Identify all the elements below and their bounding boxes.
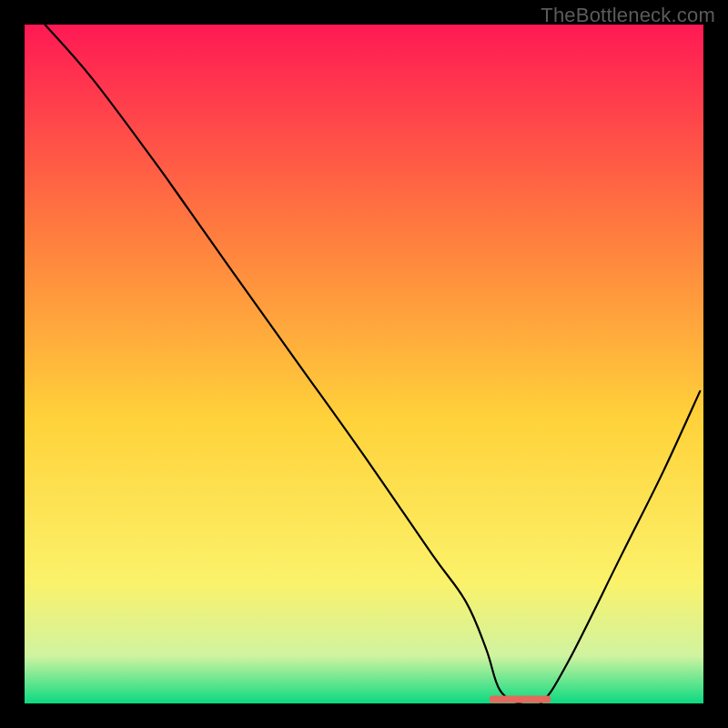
gradient-background: [25, 25, 703, 703]
chart-container: { "watermark": "TheBottleneck.com", "cha…: [0, 0, 728, 728]
minimum-marker: [490, 696, 551, 703]
plot-area: [13, 13, 716, 716]
bottleneck-chart: [0, 0, 728, 728]
watermark-text: TheBottleneck.com: [541, 4, 715, 27]
